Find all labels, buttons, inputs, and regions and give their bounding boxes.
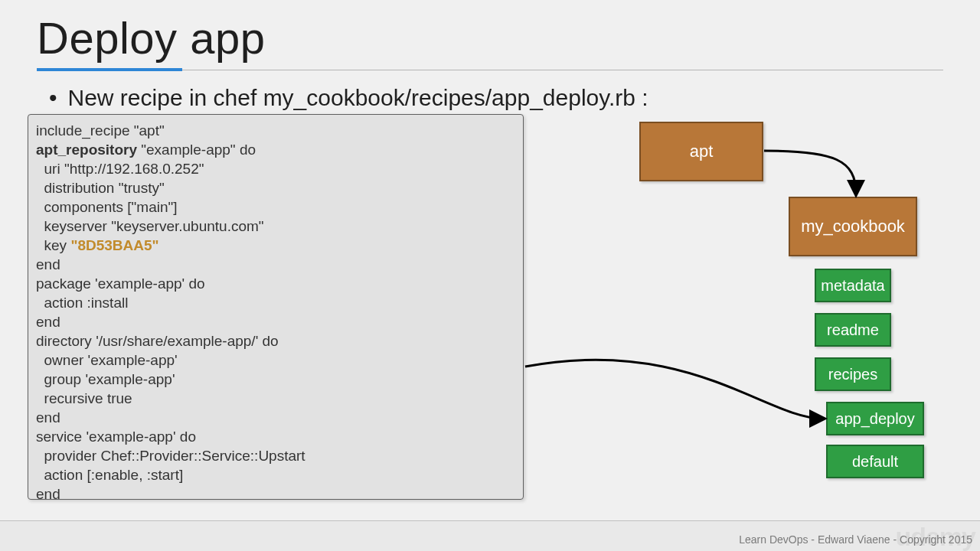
code-line: key "8D53BAA5" <box>36 236 515 255</box>
title-underline <box>37 68 943 71</box>
code-line: components ["main"] <box>36 197 515 217</box>
diagram-box-metadata: metadata <box>815 269 891 302</box>
code-line: service 'example-app' do <box>36 427 515 446</box>
bullet-icon: • <box>49 86 57 109</box>
arrow-code-to-appdeploy <box>525 360 823 419</box>
diagram-box-readme: readme <box>815 313 891 347</box>
copyright-text: Learn DevOps - Edward Viaene - Copyright… <box>739 533 972 546</box>
code-line: keyserver "keyserver.ubuntu.com" <box>36 217 515 236</box>
code-line: action [:enable, :start] <box>36 465 515 484</box>
code-line: distribution "trusty" <box>36 178 515 197</box>
code-line: directory '/usr/share/example-app/' do <box>36 331 515 350</box>
code-line: package 'example-app' do <box>36 274 515 293</box>
code-line: owner 'example-app' <box>36 350 515 370</box>
code-line: end <box>36 484 515 504</box>
diagram-box-app-deploy: app_deploy <box>826 402 924 435</box>
code-line: group 'example-app' <box>36 370 515 389</box>
diagram-box-default: default <box>826 445 924 478</box>
code-line: uri "http://192.168.0.252" <box>36 159 515 178</box>
code-line: action :install <box>36 293 515 312</box>
content-area: include_recipe "apt" apt_repository "exa… <box>0 114 980 512</box>
diagram-box-recipes: recipes <box>815 357 891 391</box>
arrow-apt-to-cookbook <box>764 151 856 194</box>
code-line: include_recipe "apt" <box>36 121 515 140</box>
code-block: include_recipe "apt" apt_repository "exa… <box>28 114 524 500</box>
diagram-box-apt: apt <box>639 122 763 181</box>
diagram-box-my-cookbook: my_cookbook <box>789 197 917 256</box>
code-line: apt_repository "example-app" do <box>36 140 515 159</box>
code-line: end <box>36 255 515 274</box>
slide-title: Deploy app <box>0 0 980 64</box>
code-line: provider Chef::Provider::Service::Upstar… <box>36 446 515 465</box>
code-line: recursive true <box>36 389 515 408</box>
code-line: end <box>36 312 515 331</box>
footer: udemy Learn DevOps - Edward Viaene - Cop… <box>0 520 980 551</box>
code-line: end <box>36 408 515 427</box>
bullet-line: • New recipe in chef my_cookbook/recipes… <box>0 71 980 114</box>
slide: Deploy app • New recipe in chef my_cookb… <box>0 0 980 520</box>
bullet-text: New recipe in chef my_cookbook/recipes/a… <box>68 85 648 111</box>
